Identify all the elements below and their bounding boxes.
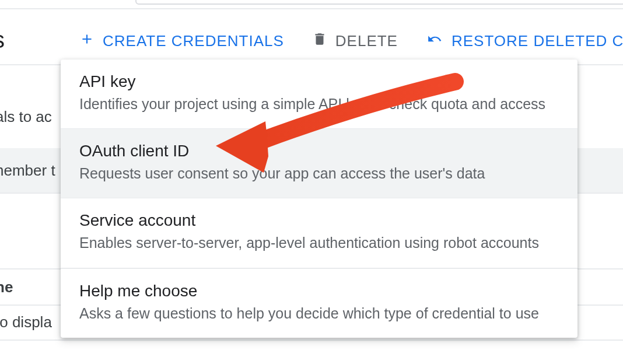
plus-icon	[79, 32, 94, 51]
trash-icon	[312, 32, 327, 51]
menu-item-title: Service account	[79, 211, 559, 230]
menu-item-oauth-client-id[interactable]: OAuth client ID Requests user consent so…	[61, 128, 578, 198]
create-credentials-label: CREATE CREDENTIALS	[103, 32, 284, 50]
divider	[0, 8, 623, 9]
menu-item-help-me-choose[interactable]: Help me choose Asks a few questions to h…	[61, 268, 578, 338]
menu-item-desc: Enables server-to-server, app-level auth…	[79, 233, 559, 253]
create-credentials-button[interactable]: CREATE CREDENTIALS	[79, 32, 284, 51]
toolbar: CREATE CREDENTIALS DELETE RESTORE DELETE…	[0, 23, 623, 58]
restore-deleted-button[interactable]: RESTORE DELETED CREDEN	[426, 32, 623, 51]
menu-item-service-account[interactable]: Service account Enables server-to-server…	[61, 198, 578, 267]
create-credentials-menu: API key Identifies your project using a …	[61, 60, 578, 338]
menu-item-api-key[interactable]: API key Identifies your project using a …	[61, 60, 578, 128]
menu-item-title: Help me choose	[79, 282, 559, 300]
delete-button[interactable]: DELETE	[312, 32, 398, 51]
menu-item-desc: Requests user consent so your app can ac…	[79, 164, 559, 184]
menu-item-desc: Identifies your project using a simple A…	[79, 94, 559, 114]
delete-label: DELETE	[335, 32, 398, 50]
undo-icon	[426, 32, 443, 51]
search-bar[interactable]	[135, 0, 623, 5]
menu-item-desc: Asks a few questions to help you decide …	[79, 304, 559, 324]
menu-item-title: OAuth client ID	[79, 142, 559, 160]
menu-item-title: API key	[79, 72, 559, 91]
restore-label: RESTORE DELETED CREDEN	[452, 32, 623, 50]
